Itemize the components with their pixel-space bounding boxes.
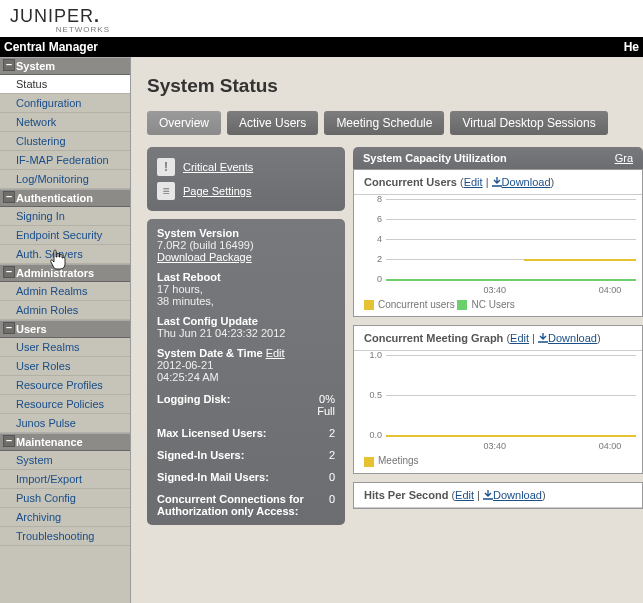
nav-item-user-roles[interactable]: User Roles: [0, 357, 130, 376]
legend-swatch: [364, 300, 374, 310]
capacity-panel-title: System Capacity Utilization: [363, 152, 507, 164]
top-bar-right[interactable]: He: [624, 40, 639, 54]
nav-section-system[interactable]: System: [0, 57, 130, 75]
last-config-value: Thu Jun 21 04:23:32 2012: [157, 327, 335, 339]
nav-item-resource-policies[interactable]: Resource Policies: [0, 395, 130, 414]
chart-concurrent-users: Concurrent Users (Edit | Download)864200…: [353, 169, 643, 317]
page-title: System Status: [147, 75, 643, 97]
nav-item-resource-profiles[interactable]: Resource Profiles: [0, 376, 130, 395]
metric-row: Signed-In Mail Users:0: [157, 471, 335, 483]
last-config-label: Last Config Update: [157, 315, 335, 327]
nav-section-administrators[interactable]: Administrators: [0, 264, 130, 282]
chart-download-link[interactable]: Download: [502, 176, 551, 188]
nav-item-user-realms[interactable]: User Realms: [0, 338, 130, 357]
chart-legend: Concurrent users NC Users: [354, 297, 642, 316]
download-icon: [492, 177, 502, 187]
chart-title: Concurrent Users: [364, 176, 457, 188]
system-date-edit-link[interactable]: Edit: [266, 347, 285, 359]
system-date: 2012-06-21: [157, 359, 335, 371]
y-tick: 8: [360, 194, 382, 204]
nav-item-endpoint-security[interactable]: Endpoint Security: [0, 226, 130, 245]
y-tick: 6: [360, 214, 382, 224]
link-page-settings[interactable]: Page Settings: [183, 185, 252, 197]
x-tick: 03:40: [484, 285, 507, 295]
chart-header: Concurrent Users (Edit | Download): [354, 170, 642, 195]
system-version-label: System Version: [157, 227, 335, 239]
legend-label: Concurrent users: [378, 299, 457, 310]
system-summary-card: System Version 7.0R2 (build 16499) Downl…: [147, 219, 345, 525]
download-icon: [538, 333, 548, 343]
nav-section-users[interactable]: Users: [0, 320, 130, 338]
tab-meeting-schedule[interactable]: Meeting Schedule: [324, 111, 444, 135]
nav-item-auth-servers[interactable]: Auth. Servers: [0, 245, 130, 264]
logging-disk-label: Logging Disk:: [157, 393, 230, 417]
tab-overview[interactable]: Overview: [147, 111, 221, 135]
nav-item-archiving[interactable]: Archiving: [0, 508, 130, 527]
nav-section-maintenance[interactable]: Maintenance: [0, 433, 130, 451]
y-tick: 4: [360, 234, 382, 244]
nav-item-system[interactable]: System: [0, 451, 130, 470]
nav-item-clustering[interactable]: Clustering: [0, 132, 130, 151]
metric-value: 2: [329, 427, 335, 439]
nav-item-log-monitoring[interactable]: Log/Monitoring: [0, 170, 130, 189]
chart-edit-link[interactable]: Edit: [510, 332, 529, 344]
link-critical-events[interactable]: Critical Events: [183, 161, 253, 173]
nav-item-import-export[interactable]: Import/Export: [0, 470, 130, 489]
chart-hits-per-second: Hits Per Second (Edit | Download): [353, 482, 643, 509]
download-icon: [483, 490, 493, 500]
tab-active-users[interactable]: Active Users: [227, 111, 318, 135]
nav-item-signing-in[interactable]: Signing In: [0, 207, 130, 226]
nav-item-network[interactable]: Network: [0, 113, 130, 132]
content: System Status OverviewActive UsersMeetin…: [131, 57, 643, 603]
nav-item-if-map-federation[interactable]: IF-MAP Federation: [0, 151, 130, 170]
metric-value: 0: [329, 471, 335, 483]
nav-item-admin-roles[interactable]: Admin Roles: [0, 301, 130, 320]
tab-virtual-desktop-sessions[interactable]: Virtual Desktop Sessions: [450, 111, 607, 135]
nav-item-configuration[interactable]: Configuration: [0, 94, 130, 113]
legend-swatch: [364, 457, 374, 467]
chart-legend: Meetings: [354, 453, 642, 472]
metric-row: Concurrent Connections for Authorization…: [157, 493, 335, 517]
chart-download-link[interactable]: Download: [548, 332, 597, 344]
download-package-link[interactable]: Download Package: [157, 251, 252, 263]
left-column: !Critical Events≡Page Settings System Ve…: [147, 147, 345, 533]
right-column: System Capacity Utilization Gra Concurre…: [353, 147, 643, 533]
nav-item-status[interactable]: Status: [0, 75, 130, 94]
nav-item-push-config[interactable]: Push Config: [0, 489, 130, 508]
y-tick: 0: [360, 274, 382, 284]
system-time: 04:25:24 AM: [157, 371, 335, 383]
sidebar: SystemStatusConfigurationNetworkClusteri…: [0, 57, 131, 603]
chart-header: Hits Per Second (Edit | Download): [354, 483, 642, 508]
legend-label: Meetings: [378, 455, 419, 466]
quick-links-card: !Critical Events≡Page Settings: [147, 147, 345, 211]
last-reboot-label: Last Reboot: [157, 271, 335, 283]
nav-item-junos-pulse[interactable]: Junos Pulse: [0, 414, 130, 433]
logging-disk-pct: 0%: [319, 393, 335, 405]
capacity-graph-link[interactable]: Gra: [615, 152, 633, 164]
nav-item-admin-realms[interactable]: Admin Realms: [0, 282, 130, 301]
legend-label: NC Users: [471, 299, 514, 310]
metric-label: Signed-In Mail Users:: [157, 471, 269, 483]
nav-item-troubleshooting[interactable]: Troubleshooting: [0, 527, 130, 546]
page-settings-icon: ≡: [157, 182, 175, 200]
system-date-time-label: System Date & Time Edit: [157, 347, 335, 359]
y-tick: 0.5: [360, 390, 382, 400]
chart-body: 1.00.50.003:4004:00: [354, 351, 642, 453]
metric-value: 0: [329, 493, 335, 517]
chart-edit-link[interactable]: Edit: [464, 176, 483, 188]
y-tick: 1.0: [360, 350, 382, 360]
top-bar: Central Manager He: [0, 37, 643, 57]
y-tick: 0.0: [360, 430, 382, 440]
chart-edit-link[interactable]: Edit: [455, 489, 474, 501]
nav-section-authentication[interactable]: Authentication: [0, 189, 130, 207]
capacity-panel-header: System Capacity Utilization Gra: [353, 147, 643, 169]
brand-logo: JUNIPER.: [10, 6, 110, 27]
chart-download-link[interactable]: Download: [493, 489, 542, 501]
x-tick: 03:40: [484, 441, 507, 451]
last-reboot-value: 17 hours, 38 minutes,: [157, 283, 335, 307]
logging-disk-full: Full: [317, 405, 335, 417]
top-bar-left: Central Manager: [4, 40, 98, 54]
chart-header: Concurrent Meeting Graph (Edit | Downloa…: [354, 326, 642, 351]
legend-swatch: [457, 300, 467, 310]
chart-concurrent-meeting-graph: Concurrent Meeting Graph (Edit | Downloa…: [353, 325, 643, 473]
